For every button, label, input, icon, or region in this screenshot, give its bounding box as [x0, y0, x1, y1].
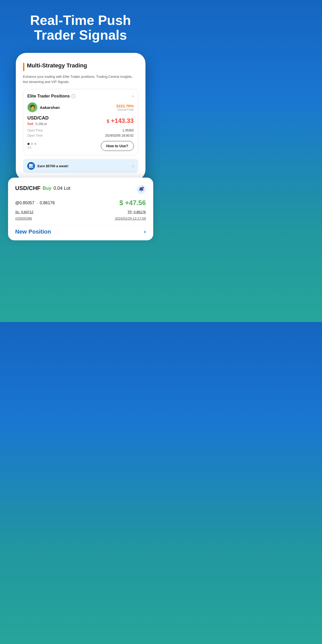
- card-chevron-icon[interactable]: ›: [132, 93, 134, 99]
- notif-pair-row: USD/CHF Buy 0.04 Lot: [15, 185, 71, 192]
- section-title: Multi-Strategy Trading: [27, 62, 87, 69]
- notif-sl: SL: 0.84712: [15, 210, 33, 214]
- open-time-label: Open Time: [27, 134, 43, 137]
- notif-profit-dollar: $: [120, 199, 123, 207]
- notif-pair: USD/CHF: [15, 185, 41, 192]
- open-price-label: Open Price: [27, 129, 43, 132]
- how-to-use-button[interactable]: How to Use?: [101, 141, 134, 151]
- card-footer: 1/3 How to Use?: [27, 141, 134, 151]
- trader-row: 🧑 Aakarshan 3222.79% Overall Profit: [27, 102, 134, 112]
- hero-title: Real-Time Push Trader Signals: [0, 0, 161, 53]
- trader-name: Aakarshan: [40, 105, 60, 110]
- card-title-row: Elite Trader Positions i: [27, 94, 76, 99]
- notif-sl-tp-row: SL: 0.84712 TP: 0.86176: [15, 210, 146, 214]
- info-icon[interactable]: i: [71, 94, 75, 98]
- trade-profit-value: +143.33: [111, 117, 134, 124]
- dot-1: [27, 143, 30, 145]
- open-price-value: 1.35363: [122, 129, 134, 132]
- trader-avatar: 🧑: [27, 102, 37, 112]
- dot-3: [34, 143, 36, 145]
- card-title: Elite Trader Positions: [27, 94, 70, 99]
- notif-tp-value: 0.86176: [134, 210, 146, 214]
- card-header: Elite Trader Positions i ›: [27, 93, 134, 99]
- new-position-row[interactable]: New Position ›: [15, 228, 146, 235]
- open-price-row: Open Price 1.35363: [27, 129, 134, 132]
- profit-label: Overall Profit: [116, 108, 134, 111]
- trade-action-row: USD/CAD Sell 0.28Lot $ +143.33: [27, 115, 134, 126]
- pagination-dots: [27, 143, 36, 145]
- notification-wrapper: USD/CHF Buy 0.04 Lot @0.85057 › 0.86176 …: [0, 180, 161, 248]
- notif-top-row: USD/CHF Buy 0.04 Lot: [15, 185, 146, 195]
- notif-profit: $ +47.56: [120, 199, 146, 207]
- profit-percent: 3222.79%: [116, 104, 134, 108]
- hero-title-block: Real-Time Push Trader Signals: [0, 0, 161, 53]
- notif-prices: @0.85057 › 0.86176: [15, 201, 55, 205]
- pagination: 1/3: [27, 143, 36, 149]
- earn-text: Earn $5700 a week!: [38, 164, 68, 168]
- svg-point-1: [142, 187, 144, 189]
- notif-time: 2024/01/29 12:17:09: [115, 216, 146, 220]
- open-time-value: 2024/02/05 18:00:02: [105, 134, 134, 137]
- elite-trader-card: Elite Trader Positions i › 🧑 Aakarshan 3…: [23, 89, 138, 155]
- trade-pair: USD/CAD: [27, 115, 49, 121]
- page-indicator: 1/3: [27, 146, 36, 149]
- orange-accent-bar: [23, 63, 24, 71]
- trade-profit: $ +143.33: [107, 117, 134, 124]
- earn-icon: 📊: [27, 162, 35, 170]
- section-header: Multi-Strategy Trading: [23, 62, 138, 71]
- phone-mockup: Multi-Strategy Trading Enhance your trad…: [16, 53, 145, 180]
- new-position-chevron-icon[interactable]: ›: [144, 228, 146, 235]
- divider: [15, 225, 146, 225]
- new-position-label: New Position: [15, 228, 51, 235]
- trader-info: 🧑 Aakarshan: [27, 102, 60, 112]
- trade-pair-action: USD/CAD Sell 0.28Lot: [27, 115, 49, 126]
- earn-banner-chevron-icon[interactable]: ›: [132, 163, 134, 169]
- notif-lot: 0.04 Lot: [53, 186, 70, 191]
- bell-icon[interactable]: [137, 185, 146, 195]
- notif-price-row: @0.85057 › 0.86176 $ +47.56: [15, 199, 146, 207]
- section-description: Enhance your trading with Elite Trader p…: [23, 74, 138, 84]
- notification-card: USD/CHF Buy 0.04 Lot @0.85057 › 0.86176 …: [8, 178, 153, 240]
- notif-tp: TP: 0.86176: [128, 210, 146, 214]
- dot-2: [31, 143, 33, 145]
- open-time-row: Open Time 2024/02/05 18:00:02: [27, 134, 134, 137]
- phone-mockup-wrapper: Multi-Strategy Trading Enhance your trad…: [0, 53, 161, 180]
- notif-action: Buy: [43, 186, 51, 191]
- notif-from-price: @0.85057: [15, 201, 34, 205]
- trade-lot: 0.28Lot: [36, 122, 47, 126]
- trade-profit-dollar: $: [107, 119, 109, 124]
- notif-sl-value: 0.84712: [21, 210, 33, 214]
- notif-to-price: 0.86176: [40, 201, 55, 205]
- earn-banner[interactable]: 📊 Earn $5700 a week! ›: [23, 159, 138, 173]
- trader-profit-block: 3222.79% Overall Profit: [116, 104, 134, 111]
- earn-banner-left: 📊 Earn $5700 a week!: [27, 162, 68, 170]
- notif-id-time-row: #20005396 2024/01/29 12:17:09: [15, 216, 146, 220]
- notif-id: #20005396: [15, 216, 32, 220]
- notif-profit-value: +47.56: [125, 199, 146, 207]
- notif-arrow-icon: ›: [37, 201, 38, 205]
- trade-action-label: Sell: [27, 122, 33, 126]
